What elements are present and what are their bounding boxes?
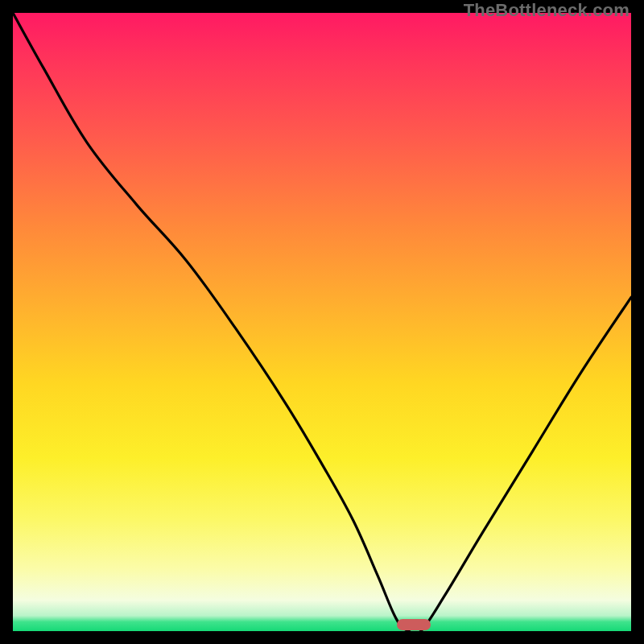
plot-area	[13, 13, 631, 631]
chart-frame: TheBottleneck.com	[0, 0, 644, 644]
watermark-text: TheBottleneck.com	[464, 0, 630, 21]
bottleneck-curve	[13, 13, 631, 631]
optimum-marker	[397, 619, 431, 630]
